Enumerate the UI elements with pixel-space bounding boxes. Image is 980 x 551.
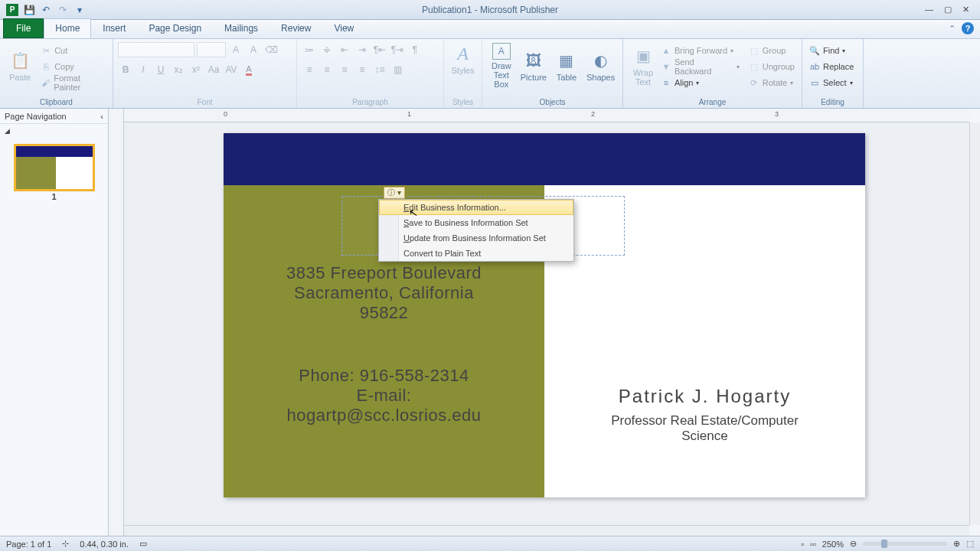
styles-button[interactable]: AStyles [449, 41, 477, 77]
shapes-button[interactable]: ◐Shapes [582, 41, 619, 90]
vertical-ruler [109, 109, 124, 536]
nav-title: Page Navigation [5, 112, 67, 121]
help-icon[interactable]: ? [962, 22, 974, 34]
qat-dropdown-icon[interactable]: ▾ [74, 4, 86, 16]
position-icon: ⊹ [62, 539, 69, 549]
font-family-select[interactable] [118, 42, 194, 57]
menu-convert-plain-text[interactable]: Convert to Plain Text [379, 246, 573, 261]
decrease-indent-icon[interactable]: ¶⇤ [372, 42, 387, 57]
ribbon: 📋Paste ✂Cut ⎘Copy 🖌Format Painter Clipbo… [0, 39, 980, 109]
email-value: hogartp@scc.losrios.edu [287, 406, 482, 425]
vertical-scrollbar[interactable] [969, 122, 980, 525]
group-label-clipboard: Clipboard [0, 98, 113, 106]
canvas[interactable]: Y 3835 Freeport Boulevard Sacramento, Ca… [124, 122, 969, 525]
ungroup-button[interactable]: ⬚Ungroup [746, 59, 797, 74]
person-title: Professor Real Estate/Computer Science [611, 413, 799, 444]
wrap-text-button[interactable]: ▣Wrap Text [628, 41, 658, 90]
zoom-in-icon[interactable]: ⊕ [953, 539, 960, 549]
grow-font-icon[interactable]: A [228, 42, 243, 57]
horizontal-ruler: 0 1 2 3 [124, 109, 969, 122]
tab-page-design[interactable]: Page Design [137, 18, 213, 38]
group-label-arrange: Arrange [623, 98, 802, 106]
bring-forward-button[interactable]: ▲Bring Forward▾ [658, 43, 742, 58]
show-marks-icon[interactable]: ¶ [407, 42, 423, 57]
rotate-button[interactable]: ⟳Rotate▾ [746, 75, 797, 90]
tab-home[interactable]: Home [44, 18, 91, 38]
bold-icon[interactable]: B [118, 62, 133, 77]
find-button[interactable]: 🔍Find▾ [807, 43, 858, 58]
menu-save-business-info[interactable]: Save to Business Information Set [379, 215, 573, 230]
picture-button[interactable]: 🖼Picture [516, 41, 551, 90]
fit-page-icon[interactable]: ⬚ [966, 539, 974, 549]
font-color-icon[interactable]: A [241, 62, 256, 77]
table-button[interactable]: ▦Table [551, 41, 582, 90]
superscript-icon[interactable]: x² [188, 62, 204, 77]
undo-icon[interactable]: ↶ [40, 4, 52, 16]
menu-update-business-info[interactable]: Update from Business Information Set [379, 230, 573, 246]
minimize-icon[interactable]: — [925, 5, 933, 15]
status-position: 0.44, 0.30 in. [80, 540, 129, 549]
columns-icon[interactable]: ▥ [390, 62, 405, 77]
group-label-styles: Styles [444, 98, 482, 106]
paste-button[interactable]: 📋Paste [5, 41, 35, 90]
status-page: Page: 1 of 1 [6, 540, 51, 549]
address-zip: 95822 [360, 303, 409, 323]
zoom-out-icon[interactable]: ⊖ [850, 539, 857, 549]
numbering-icon[interactable]: ≑ [319, 42, 335, 57]
bullets-icon[interactable]: ≔ [302, 42, 317, 57]
justify-icon[interactable]: ≡ [354, 62, 370, 77]
format-painter-button[interactable]: 🖌Format Painter [38, 75, 108, 90]
zoom-slider[interactable] [863, 542, 947, 546]
publication-page[interactable]: Y 3835 Freeport Boulevard Sacramento, Ca… [224, 133, 865, 497]
minimize-ribbon-icon[interactable]: ⌃ [949, 24, 956, 34]
view-single-icon[interactable]: ▫ [801, 540, 804, 549]
change-case-icon[interactable]: Aa [206, 62, 221, 77]
tab-file[interactable]: File [3, 18, 44, 38]
tab-insert[interactable]: Insert [91, 18, 137, 38]
horizontal-scrollbar[interactable] [124, 525, 969, 536]
group-label-objects: Objects [482, 98, 622, 106]
replace-button[interactable]: abReplace [807, 59, 858, 74]
tab-mailings[interactable]: Mailings [213, 18, 270, 38]
menu-edit-business-info[interactable]: Edit Business Information... [379, 200, 573, 215]
cut-button[interactable]: ✂Cut [38, 43, 108, 58]
outdent-icon[interactable]: ⇤ [337, 42, 352, 57]
group-button[interactable]: ⬚Group [746, 43, 797, 58]
char-spacing-icon[interactable]: AV [224, 62, 239, 77]
align-center-icon[interactable]: ≡ [319, 62, 335, 77]
indent-icon[interactable]: ⇥ [354, 42, 370, 57]
align-left-icon[interactable]: ≡ [302, 62, 317, 77]
restore-icon[interactable]: ▢ [944, 5, 952, 15]
smart-tag-button[interactable]: ⓘ ▾ [384, 187, 405, 199]
redo-icon[interactable]: ↷ [57, 4, 69, 16]
increase-indent-icon[interactable]: ¶⇥ [390, 42, 405, 57]
nav-collapse-icon[interactable]: ‹ [100, 112, 103, 121]
copy-button[interactable]: ⎘Copy [38, 59, 108, 74]
shrink-font-icon[interactable]: A [246, 42, 261, 57]
thumbnail-page-number: 1 [16, 192, 93, 201]
clear-format-icon[interactable]: ⌫ [263, 42, 279, 57]
window-title: Publication1 - Microsoft Publisher [422, 5, 558, 15]
align-button[interactable]: ≡Align▾ [658, 75, 742, 90]
align-right-icon[interactable]: ≡ [337, 62, 352, 77]
view-spread-icon[interactable]: ▫▫ [810, 540, 816, 549]
draw-textbox-button[interactable]: ADraw Text Box [487, 41, 516, 90]
save-icon[interactable]: 💾 [23, 4, 35, 16]
app-icon[interactable]: P [6, 4, 18, 16]
phone-line: Phone: 916-558-2314 [299, 366, 469, 386]
italic-icon[interactable]: I [136, 62, 151, 77]
tab-review[interactable]: Review [270, 18, 322, 38]
strike-icon[interactable]: x₂ [171, 62, 186, 77]
close-icon[interactable]: ✕ [962, 5, 969, 15]
tab-view[interactable]: View [322, 18, 365, 38]
font-size-select[interactable] [197, 42, 226, 57]
select-button[interactable]: ▭Select▾ [807, 75, 858, 90]
send-backward-button[interactable]: ▼Send Backward▾ [658, 59, 742, 74]
nav-expand-icon[interactable]: ◢ [5, 127, 10, 135]
group-label-editing: Editing [802, 98, 863, 106]
address-line-1: 3835 Freeport Boulevard [286, 263, 482, 283]
page-thumbnail[interactable]: 1 [14, 144, 95, 191]
line-spacing-icon[interactable]: ↕≡ [372, 62, 387, 77]
underline-icon[interactable]: U [153, 62, 168, 77]
group-label-paragraph: Paragraph [297, 98, 443, 106]
